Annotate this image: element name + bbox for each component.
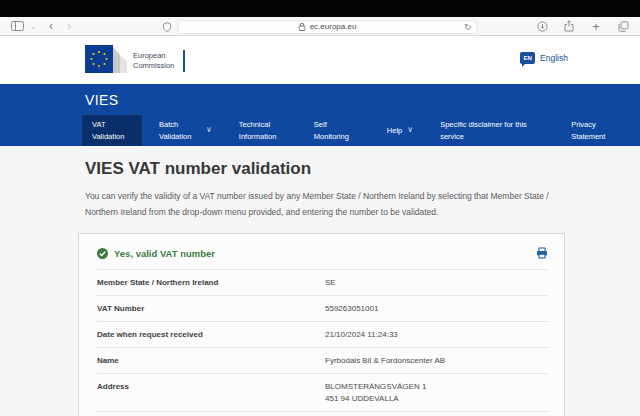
table-row-name: Name Fyrbodals Bil & Fordonscenter AB [97,347,548,373]
intro-text: You can verify the validity of a VAT num… [85,189,565,220]
row-label: Name [97,355,325,366]
ec-logo[interactable]: European Commission [85,45,185,77]
new-tab-icon[interactable]: + [589,18,603,34]
nav-item-help[interactable]: Help ∨ [377,115,423,146]
row-value: Fyrbodals Bil & Fordonscenter AB [325,355,548,367]
privacy-shield-icon[interactable] [163,22,172,32]
share-icon[interactable] [562,18,576,34]
ec-logo-separator [183,50,185,72]
ec-header: European Commission EN English [0,36,640,84]
nav-item-batch-validation[interactable]: Batch Validation ∨ [149,115,222,146]
language-label: English [540,53,568,63]
row-label: Member State / Northern Ireland [97,277,325,288]
site-banner: VIES VAT Validation Batch Validation ∨ T… [0,84,640,146]
nav-item-technical-information[interactable]: Technical Information [229,115,297,146]
result-table: Member State / Northern Ireland SE VAT N… [97,269,548,416]
language-badge: EN [520,52,535,64]
sidebar-icon[interactable] [10,18,24,34]
system-menubar [0,0,640,17]
row-label: Address [97,381,325,392]
nav-item-specific-disclaimer[interactable]: Specific disclaimer for this service [430,115,554,146]
status-text: Yes, valid VAT number [114,248,215,259]
chevron-down-icon: ∨ [206,124,212,136]
validation-result-card: Yes, valid VAT number Member State / Nor… [78,233,565,416]
reload-icon[interactable]: ↻ [464,22,472,32]
table-row-vat-number: VAT Number 559263051001 [97,295,548,321]
result-card-header: Yes, valid VAT number [79,234,564,269]
nav-item-privacy-statement[interactable]: Privacy Statement [561,115,625,146]
address-line-2: 451 94 UDDEVALLA [325,394,399,403]
language-selector[interactable]: EN English [520,52,568,64]
sidebar-chevron-icon[interactable]: ⌄ [26,18,40,34]
table-row-consultation-number: Consultation Number [97,411,548,416]
main-navigation: VAT Validation Batch Validation ∨ Techni… [82,115,640,146]
chevron-down-icon: ∨ [407,124,413,136]
table-row-request-date: Date when request received 21/10/2024 11… [97,321,548,347]
eu-flag-icon [85,45,127,77]
row-value: SE [325,277,548,289]
check-circle-icon [97,248,108,259]
row-label: Date when request received [97,329,325,340]
print-icon[interactable] [536,247,548,259]
browser-window: ⌄ ‹ › ec.europa.eu ↻ + [0,0,640,416]
table-row-address: Address BLOMSTERÄNGSVÄGEN 1 451 94 UDDEV… [97,373,548,411]
back-button[interactable]: ‹ [44,18,58,34]
row-value: 559263051001 [325,303,548,315]
downloads-icon[interactable] [535,18,549,34]
nav-item-self-monitoring[interactable]: Self Monitoring [304,115,370,146]
forward-button[interactable]: › [62,18,76,34]
row-value: BLOMSTERÄNGSVÄGEN 1 451 94 UDDEVALLA [325,381,548,405]
table-row-member-state: Member State / Northern Ireland SE [97,269,548,295]
browser-toolbar: ⌄ ‹ › ec.europa.eu ↻ + [0,17,640,36]
site-title: VIES [85,92,640,108]
page-title: VIES VAT number validation [85,146,640,179]
status-message: Yes, valid VAT number [97,248,215,259]
address-line-1: BLOMSTERÄNGSVÄGEN 1 [325,382,426,391]
page-content: VIES VAT number validation You can verif… [0,146,640,416]
row-label: VAT Number [97,303,325,314]
url-text: ec.europa.eu [310,22,357,31]
ec-logo-text: European Commission [133,51,174,71]
row-value: 21/10/2024 11:24:33 [325,329,548,341]
lock-icon [299,23,306,31]
ec-logo-line1: European [133,51,166,60]
ec-logo-line2: Commission [133,61,174,70]
address-bar[interactable]: ec.europa.eu ↻ [178,20,478,34]
tab-overview-icon[interactable] [616,18,630,34]
nav-item-vat-validation[interactable]: VAT Validation [82,115,142,146]
